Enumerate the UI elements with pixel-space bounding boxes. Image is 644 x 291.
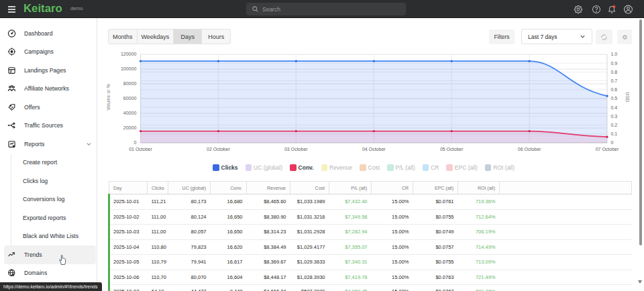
svg-text:40000: 40000 [123,111,137,115]
svg-text:0.4: 0.4 [611,105,618,110]
svg-text:06 October: 06 October [518,147,541,152]
svg-text:0.8: 0.8 [611,70,618,74]
svg-text:0.1: 0.1 [611,131,618,136]
svg-text:120000: 120000 [121,52,136,56]
svg-text:1.0: 1.0 [611,52,618,56]
svg-text:USD: USD [625,93,630,103]
svg-text:Volume or %: Volume or % [106,84,111,111]
svg-text:60000: 60000 [123,96,137,101]
svg-text:100000: 100000 [121,66,136,71]
svg-text:0.6: 0.6 [611,87,618,92]
svg-text:80000: 80000 [123,81,137,86]
svg-text:0.5: 0.5 [611,96,618,101]
svg-text:0.2: 0.2 [611,123,618,127]
svg-text:0.7: 0.7 [611,78,618,83]
svg-text:01 October: 01 October [129,147,152,152]
svg-text:0.3: 0.3 [611,114,618,119]
svg-text:20000: 20000 [123,125,137,130]
svg-text:0: 0 [133,140,136,145]
svg-text:05 October: 05 October [440,147,464,152]
svg-text:0.9: 0.9 [611,61,618,66]
svg-text:04 October: 04 October [362,147,386,152]
svg-text:0: 0 [611,140,614,145]
svg-text:02 October: 02 October [207,147,230,152]
svg-text:03 October: 03 October [284,147,308,152]
svg-text:07 October: 07 October [596,147,619,152]
